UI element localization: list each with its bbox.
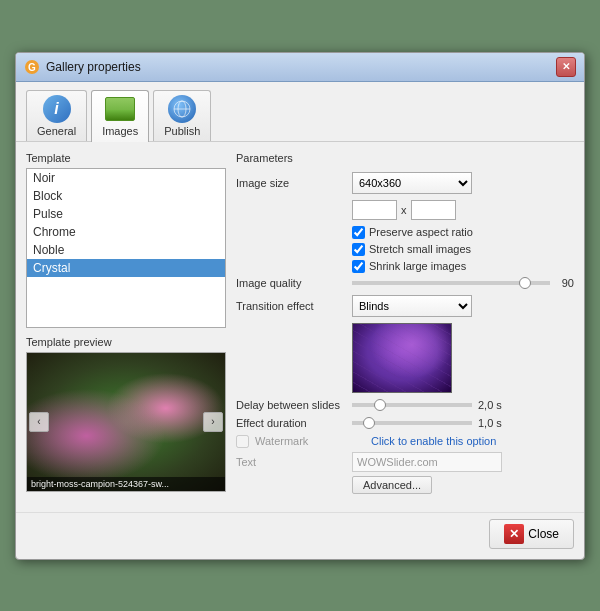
stretch-small-row: Stretch small images — [352, 243, 574, 256]
text-row: Text — [236, 452, 574, 472]
preview-image — [27, 353, 225, 491]
template-item-crystal[interactable]: Crystal — [27, 259, 225, 277]
transition-preview — [352, 323, 452, 393]
watermark-row: Watermark Click to enable this option — [236, 435, 574, 448]
shrink-large-row: Shrink large images — [352, 260, 574, 273]
duration-slider[interactable] — [352, 421, 472, 425]
close-button[interactable]: ✕ Close — [489, 519, 574, 549]
height-input[interactable] — [411, 200, 456, 220]
duration-row: Effect duration 1,0 s — [236, 417, 574, 429]
template-section-label: Template — [26, 152, 226, 164]
stretch-small-label: Stretch small images — [369, 243, 471, 255]
delay-slider[interactable] — [352, 403, 472, 407]
watermark-label: Watermark — [255, 435, 365, 447]
template-list[interactable]: Noir Block Pulse Chrome Noble Crystal — [26, 168, 226, 328]
preview-section: Template preview ‹ › bright-moss-campion… — [26, 336, 226, 492]
tab-general-label: General — [37, 125, 76, 137]
footer: ✕ Close — [16, 512, 584, 559]
title-close-button[interactable]: ✕ — [556, 57, 576, 77]
tab-images-label: Images — [102, 125, 138, 137]
preview-box: ‹ › bright-moss-campion-524367-sw... — [26, 352, 226, 492]
image-quality-label: Image quality — [236, 277, 346, 289]
preview-arrow-right[interactable]: › — [203, 412, 223, 432]
transition-effect-label: Transition effect — [236, 300, 346, 312]
tab-images[interactable]: Images — [91, 90, 149, 142]
shrink-large-checkbox[interactable] — [352, 260, 365, 273]
advanced-row: Advanced... — [352, 476, 574, 494]
preview-section-label: Template preview — [26, 336, 226, 348]
template-item-noir[interactable]: Noir — [27, 169, 225, 187]
preserve-aspect-row: Preserve aspect ratio — [352, 226, 574, 239]
preserve-aspect-checkbox[interactable] — [352, 226, 365, 239]
duration-value: 1,0 s — [478, 417, 502, 429]
publish-tab-icon — [166, 95, 198, 123]
image-size-dropdown[interactable]: 640x360 800x450 1024x576 1280x720 — [352, 172, 472, 194]
text-input[interactable] — [352, 452, 502, 472]
quality-slider-container: 90 — [352, 277, 574, 289]
title-bar-left: G Gallery properties — [24, 59, 141, 75]
title-bar: G Gallery properties ✕ — [16, 53, 584, 82]
size-x-separator: x — [401, 204, 407, 216]
app-icon: G — [24, 59, 40, 75]
delay-label: Delay between slides — [236, 399, 346, 411]
tab-bar: i General Images Publish — [16, 82, 584, 142]
right-panel: Parameters Image size 640x360 800x450 10… — [236, 152, 574, 502]
close-button-label: Close — [528, 527, 559, 541]
text-label: Text — [236, 456, 346, 468]
images-tab-icon — [104, 95, 136, 123]
duration-label: Effect duration — [236, 417, 346, 429]
size-inputs-row: x — [352, 200, 574, 220]
image-size-label: Image size — [236, 177, 346, 189]
tab-publish-label: Publish — [164, 125, 200, 137]
template-item-pulse[interactable]: Pulse — [27, 205, 225, 223]
tab-publish[interactable]: Publish — [153, 90, 211, 141]
parameters-label: Parameters — [236, 152, 574, 164]
image-quality-row: Image quality 90 — [236, 277, 574, 289]
delay-value: 2,0 s — [478, 399, 502, 411]
shrink-large-label: Shrink large images — [369, 260, 466, 272]
preview-caption: bright-moss-campion-524367-sw... — [27, 477, 225, 491]
advanced-button[interactable]: Advanced... — [352, 476, 432, 494]
quality-slider[interactable] — [352, 281, 550, 285]
image-size-row: Image size 640x360 800x450 1024x576 1280… — [236, 172, 574, 194]
watermark-checkbox — [236, 435, 249, 448]
transition-effect-dropdown[interactable]: Blinds Fade Slide Zoom — [352, 295, 472, 317]
svg-text:G: G — [28, 62, 36, 73]
width-input[interactable] — [352, 200, 397, 220]
template-item-noble[interactable]: Noble — [27, 241, 225, 259]
template-item-block[interactable]: Block — [27, 187, 225, 205]
preview-arrow-left[interactable]: ‹ — [29, 412, 49, 432]
template-item-chrome[interactable]: Chrome — [27, 223, 225, 241]
stretch-small-checkbox[interactable] — [352, 243, 365, 256]
quality-value: 90 — [554, 277, 574, 289]
window-title: Gallery properties — [46, 60, 141, 74]
close-x-icon: ✕ — [504, 524, 524, 544]
transition-effect-control: Blinds Fade Slide Zoom — [352, 295, 574, 317]
transition-effect-row: Transition effect Blinds Fade Slide Zoom — [236, 295, 574, 317]
watermark-enable-link[interactable]: Click to enable this option — [371, 435, 496, 447]
delay-row: Delay between slides 2,0 s — [236, 399, 574, 411]
preserve-aspect-label: Preserve aspect ratio — [369, 226, 473, 238]
tab-general[interactable]: i General — [26, 90, 87, 141]
gallery-properties-window: G Gallery properties ✕ i General Images — [15, 52, 585, 560]
left-panel: Template Noir Block Pulse Chrome Noble C… — [26, 152, 226, 502]
image-size-control: 640x360 800x450 1024x576 1280x720 — [352, 172, 574, 194]
main-content: Template Noir Block Pulse Chrome Noble C… — [16, 142, 584, 512]
general-tab-icon: i — [41, 95, 73, 123]
